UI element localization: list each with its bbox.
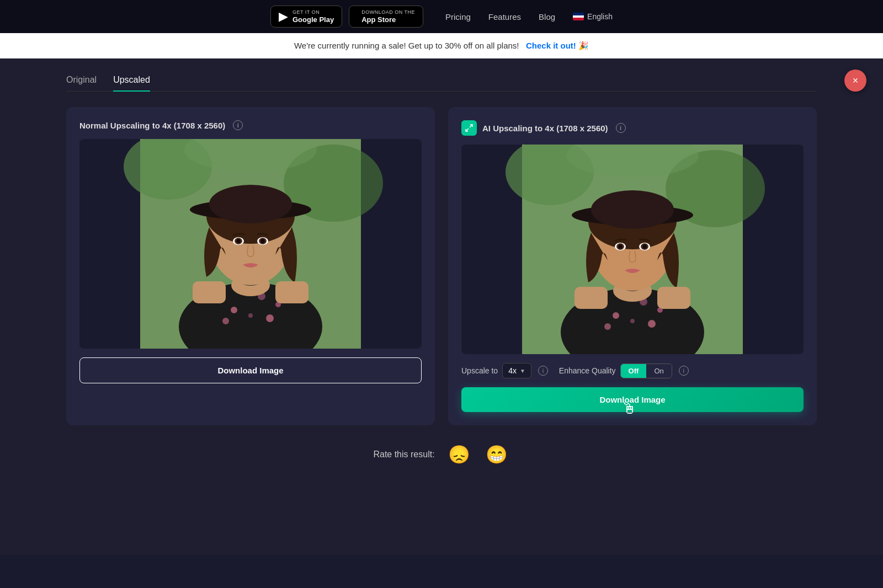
close-button[interactable]: × xyxy=(844,70,866,92)
flag-icon xyxy=(573,13,584,20)
upscale-select[interactable]: 4x ▼ xyxy=(502,363,531,378)
left-title-text: Normal Upscaling to 4x (1708 x 2560) xyxy=(79,121,225,130)
svg-point-8 xyxy=(231,307,237,313)
left-image-container xyxy=(79,139,422,349)
comparison-grid: Normal Upscaling to 4x (1708 x 2560) i xyxy=(66,107,817,425)
svg-rect-25 xyxy=(193,281,226,303)
right-controls: Upscale to 4x ▼ i Enhance Quality Off On… xyxy=(461,363,804,378)
tab-upscaled[interactable]: Upscaled xyxy=(113,75,150,92)
right-panel: AI Upscaling to 4x (1708 x 2560) i xyxy=(448,107,817,425)
left-panel: Normal Upscaling to 4x (1708 x 2560) i xyxy=(66,107,435,425)
upscale-label: Upscale to xyxy=(461,366,498,375)
rate-label: Rate this result: xyxy=(373,450,434,459)
google-play-name-text: Google Play xyxy=(292,15,334,24)
left-panel-title: Normal Upscaling to 4x (1708 x 2560) i xyxy=(79,120,422,130)
right-download-button[interactable]: Download Image xyxy=(461,387,804,412)
svg-rect-53 xyxy=(657,287,690,309)
right-image-container xyxy=(461,145,804,354)
svg-point-48 xyxy=(618,244,623,249)
app-store-get-text: Download on the xyxy=(361,9,415,15)
google-play-button[interactable]: ▶ GET IT ON Google Play xyxy=(270,6,342,28)
svg-rect-52 xyxy=(575,287,608,309)
left-download-button[interactable]: Download Image xyxy=(79,357,422,383)
right-portrait-image xyxy=(461,145,804,354)
svg-point-18 xyxy=(209,185,292,223)
enhance-quality-control: Enhance Quality Off On i xyxy=(559,364,689,378)
language-label: English xyxy=(587,12,613,21)
svg-rect-26 xyxy=(275,281,308,303)
rate-sad-button[interactable]: 😞 xyxy=(446,442,472,467)
google-play-icon: ▶ xyxy=(279,9,288,24)
svg-point-40 xyxy=(648,320,656,328)
sale-banner: We're currently running a sale! Get up t… xyxy=(0,33,883,58)
right-info-icon[interactable]: i xyxy=(616,123,626,133)
svg-point-13 xyxy=(266,314,274,322)
left-info-icon[interactable]: i xyxy=(233,120,243,130)
enhance-info-icon[interactable]: i xyxy=(679,366,689,376)
tabs: Original Upscaled xyxy=(66,75,817,92)
upscale-info-icon[interactable]: i xyxy=(538,366,548,376)
svg-point-12 xyxy=(248,313,253,318)
svg-point-21 xyxy=(236,239,241,243)
ai-upscale-icon xyxy=(461,120,477,136)
store-buttons: ▶ GET IT ON Google Play Download on the … xyxy=(270,6,423,28)
svg-point-45 xyxy=(591,190,674,229)
toggle-off-option[interactable]: Off xyxy=(621,364,647,378)
sale-link[interactable]: Check it out! 🎉 xyxy=(526,41,589,50)
features-link[interactable]: Features xyxy=(488,12,521,22)
pricing-link[interactable]: Pricing xyxy=(445,12,471,22)
left-portrait-image xyxy=(79,139,422,349)
toggle-on-option[interactable]: On xyxy=(646,364,671,378)
svg-point-38 xyxy=(604,323,611,330)
right-title-text: AI Upscaling to 4x (1708 x 2560) xyxy=(482,124,608,133)
language-selector[interactable]: English xyxy=(573,12,613,21)
svg-point-51 xyxy=(642,244,647,249)
svg-point-39 xyxy=(630,319,635,323)
app-store-button[interactable]: Download on the App Store xyxy=(349,6,423,28)
svg-point-35 xyxy=(613,312,619,319)
app-store-name-text: App Store xyxy=(361,15,415,24)
svg-point-24 xyxy=(260,239,265,243)
right-download-wrapper: Download Image 🖱 xyxy=(461,387,804,412)
main-content: × Original Upscaled Normal Upscaling to … xyxy=(0,58,883,555)
blog-link[interactable]: Blog xyxy=(539,12,555,22)
top-nav: ▶ GET IT ON Google Play Download on the … xyxy=(0,0,883,33)
enhance-toggle: Off On xyxy=(620,364,672,378)
right-panel-title: AI Upscaling to 4x (1708 x 2560) i xyxy=(461,120,804,136)
nav-links: Pricing Features Blog English xyxy=(445,12,613,22)
enhance-label: Enhance Quality xyxy=(559,366,616,375)
tab-original[interactable]: Original xyxy=(66,75,97,92)
upscale-value: 4x xyxy=(508,366,517,375)
rate-section: Rate this result: 😞 😁 xyxy=(66,425,817,484)
rate-happy-button[interactable]: 😁 xyxy=(483,442,510,467)
upscale-control: Upscale to 4x ▼ i xyxy=(461,363,548,378)
svg-point-11 xyxy=(222,318,229,324)
chevron-down-icon: ▼ xyxy=(520,368,525,374)
sale-text: We're currently running a sale! Get up t… xyxy=(294,41,519,50)
google-play-get-text: GET IT ON xyxy=(292,9,334,15)
